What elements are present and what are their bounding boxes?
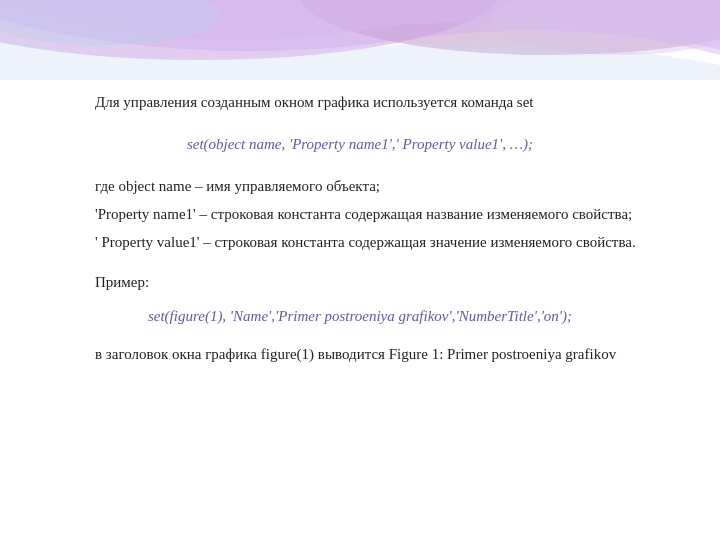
desc-object-name: где object name – имя управляемого объек… [55,174,665,198]
main-content: Для управления созданным окном графика и… [0,0,720,386]
intro-text: Для управления созданным окном графика и… [55,90,665,114]
desc-property-value: ' Property value1' – строковая константа… [55,230,665,254]
description-block: где object name – имя управляемого объек… [55,174,665,254]
code-line-2: set(figure(1), 'Name','Primer postroeniy… [55,304,665,328]
result-text: в заголовок окна графика figure(1) вывод… [55,342,665,366]
example-label: Пример: [55,270,665,294]
code-line-1: set(object name, 'Property name1',' Prop… [55,132,665,156]
desc-property-name: 'Property name1' – строковая константа с… [55,202,665,226]
